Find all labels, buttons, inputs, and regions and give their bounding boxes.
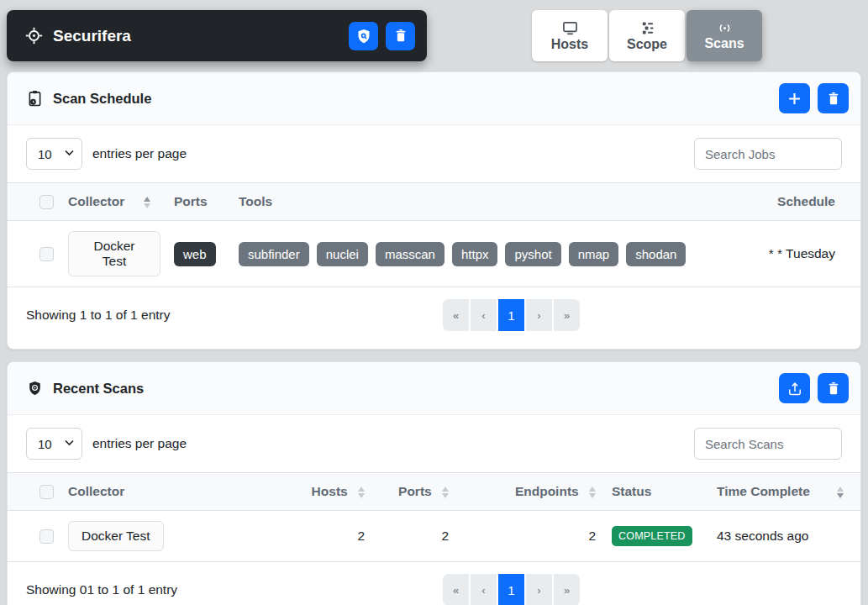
trash-icon bbox=[827, 381, 840, 396]
view-tabs: Hosts Scope bbox=[532, 10, 762, 61]
scan-schedule-controls: 10 entries per page bbox=[8, 125, 860, 182]
sitemap-icon bbox=[640, 21, 655, 35]
schedule-col-collector[interactable]: Collector bbox=[61, 183, 167, 221]
port-badge: web bbox=[174, 242, 216, 266]
schedule-col-schedule[interactable]: Schedule bbox=[694, 183, 860, 221]
schedule-pagination: « ‹ 1 › » bbox=[443, 299, 580, 331]
scan-schedule-title: Scan Schedule bbox=[53, 91, 151, 107]
scans-select-all-checkbox[interactable] bbox=[39, 485, 54, 499]
project-name: Securifera bbox=[53, 27, 341, 45]
prev-page-button[interactable]: ‹ bbox=[471, 299, 497, 331]
schedule-summary: Showing 1 to 1 of 1 entry bbox=[26, 308, 366, 323]
tab-scans[interactable]: Scans bbox=[687, 10, 762, 61]
tool-badge: httpx bbox=[452, 242, 498, 266]
schedule-select-all-checkbox[interactable] bbox=[39, 195, 54, 209]
plus-icon bbox=[788, 92, 801, 105]
scans-col-time[interactable]: Time Complete bbox=[695, 473, 860, 511]
broadcast-icon bbox=[717, 22, 733, 34]
endpoints-count: 2 bbox=[455, 511, 602, 562]
scans-header-row: Collector Hosts Ports Endpoints Status T… bbox=[8, 473, 860, 511]
scans-table-row: Docker Test 2 2 2 COMPLETED 43 seconds a… bbox=[8, 511, 860, 562]
scans-page-size-select[interactable]: 10 bbox=[26, 428, 82, 460]
tool-badge: pyshot bbox=[505, 242, 560, 266]
scans-col-ports[interactable]: Ports bbox=[371, 473, 455, 511]
recent-scans-title: Recent Scans bbox=[53, 381, 144, 397]
search-jobs-input[interactable] bbox=[694, 138, 842, 170]
recent-scans-panel: Recent Scans bbox=[7, 361, 861, 605]
tool-badge: subfinder bbox=[239, 242, 309, 266]
first-page-button[interactable]: « bbox=[443, 574, 469, 605]
schedule-col-ports[interactable]: Ports bbox=[167, 183, 232, 221]
scans-pagination: « ‹ 1 › » bbox=[443, 574, 580, 605]
scans-footer: Showing 01 to 1 of 1 entry « ‹ 1 › » bbox=[8, 562, 860, 605]
scan-schedule-panel: Scan Schedule bbox=[7, 71, 861, 350]
delete-project-button[interactable] bbox=[386, 22, 415, 50]
top-bar: Securifera bbox=[0, 0, 868, 71]
trash-icon bbox=[394, 29, 408, 43]
last-page-button[interactable]: » bbox=[554, 299, 580, 331]
sort-icon bbox=[442, 487, 449, 498]
search-scans-input[interactable] bbox=[694, 428, 842, 460]
schedule-footer: Showing 1 to 1 of 1 entry « ‹ 1 › » bbox=[8, 287, 860, 349]
schedule-col-tools[interactable]: Tools bbox=[232, 183, 694, 221]
scan-now-button[interactable] bbox=[349, 22, 378, 50]
export-scans-button[interactable] bbox=[779, 373, 810, 403]
schedule-value: * * Tuesday bbox=[694, 221, 860, 287]
sort-icon bbox=[589, 487, 596, 498]
collector-button[interactable]: Docker Test bbox=[68, 231, 160, 276]
ports-count: 2 bbox=[371, 511, 455, 562]
tool-badge: shodan bbox=[626, 242, 686, 266]
schedule-entries-label: entries per page bbox=[92, 146, 187, 161]
collector-button[interactable]: Docker Test bbox=[68, 521, 164, 551]
next-page-button[interactable]: › bbox=[526, 574, 552, 605]
first-page-button[interactable]: « bbox=[443, 299, 469, 331]
recent-scans-table: Collector Hosts Ports Endpoints Status T… bbox=[8, 472, 860, 562]
schedule-header-row: Collector Ports Tools Schedule bbox=[8, 183, 860, 221]
tab-scope[interactable]: Scope bbox=[609, 10, 685, 61]
scans-row-checkbox[interactable] bbox=[39, 529, 54, 544]
scan-schedule-header: Scan Schedule bbox=[8, 72, 860, 125]
recent-scans-header: Recent Scans bbox=[8, 362, 860, 415]
recent-scans-controls: 10 entries per page bbox=[8, 415, 860, 472]
schedule-row-checkbox[interactable] bbox=[39, 247, 54, 261]
scan-schedule-table: Collector Ports Tools Schedule Docker Te… bbox=[8, 182, 860, 287]
next-page-button[interactable]: › bbox=[526, 299, 552, 331]
tool-badge: nmap bbox=[569, 242, 619, 266]
sort-icon bbox=[358, 487, 365, 498]
schedule-table-row: Docker Test web subfindernucleimasscanht… bbox=[8, 221, 860, 287]
crosshair-icon bbox=[25, 27, 43, 45]
tab-hosts[interactable]: Hosts bbox=[532, 10, 608, 61]
tool-badge: nuclei bbox=[317, 242, 368, 266]
delete-schedule-button[interactable] bbox=[818, 83, 849, 113]
project-card: Securifera bbox=[7, 10, 427, 61]
add-schedule-button[interactable] bbox=[779, 83, 810, 113]
clipboard-clock-icon bbox=[28, 90, 42, 107]
page-1-button[interactable]: 1 bbox=[498, 299, 524, 331]
last-page-button[interactable]: » bbox=[554, 574, 580, 605]
scans-col-status[interactable]: Status bbox=[602, 473, 695, 511]
shield-search-icon bbox=[356, 29, 371, 44]
scans-col-hosts[interactable]: Hosts bbox=[276, 473, 371, 511]
folder-upload-icon bbox=[787, 381, 802, 396]
prev-page-button[interactable]: ‹ bbox=[471, 574, 497, 605]
shield-icon bbox=[28, 380, 42, 397]
trash-icon bbox=[827, 92, 840, 106]
sort-asc-icon bbox=[144, 197, 150, 208]
scans-summary: Showing 01 to 1 of 1 entry bbox=[26, 582, 366, 597]
sort-desc-icon bbox=[837, 487, 844, 498]
tab-scans-label: Scans bbox=[704, 37, 744, 50]
time-complete-value: 43 seconds ago bbox=[695, 511, 860, 562]
status-badge: COMPLETED bbox=[612, 526, 692, 547]
scans-col-collector[interactable]: Collector bbox=[61, 473, 276, 511]
tool-badge: masscan bbox=[376, 242, 445, 266]
delete-scans-button[interactable] bbox=[818, 373, 849, 403]
display-icon bbox=[562, 21, 578, 35]
tab-hosts-label: Hosts bbox=[551, 38, 588, 51]
scans-entries-label: entries per page bbox=[92, 436, 187, 451]
tab-scope-label: Scope bbox=[627, 38, 667, 51]
hosts-count: 2 bbox=[276, 511, 371, 562]
schedule-page-size-select[interactable]: 10 bbox=[26, 138, 82, 170]
page-1-button[interactable]: 1 bbox=[498, 574, 524, 605]
scans-col-endpoints[interactable]: Endpoints bbox=[455, 473, 602, 511]
